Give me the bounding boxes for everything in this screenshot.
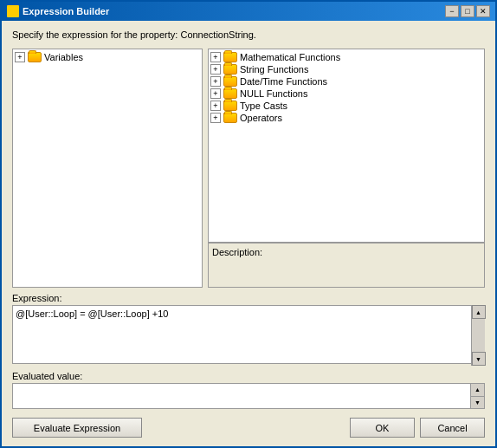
- expression-textarea-wrapper: ▲ ▼: [12, 305, 485, 366]
- string-functions-label: String Functions: [240, 64, 308, 75]
- evaluate-button[interactable]: Evaluate Expression: [12, 418, 142, 438]
- evaluated-scroll-down[interactable]: ▼: [471, 397, 484, 409]
- evaluated-scrollbar: ▲ ▼: [470, 384, 484, 408]
- variables-expand[interactable]: +: [15, 52, 25, 62]
- window-icon: [7, 5, 19, 17]
- evaluated-box: ▲ ▼: [12, 383, 485, 409]
- title-bar-text: Expression Builder: [7, 5, 109, 17]
- ok-cancel-group: OK Cancel: [350, 418, 485, 438]
- null-functions-label: NULL Functions: [240, 88, 307, 99]
- title-bar: Expression Builder − □ ✕: [2, 2, 495, 21]
- type-casts-item[interactable]: + Type Casts: [210, 100, 482, 112]
- subtitle-text: Specify the expression for the property:…: [12, 29, 485, 40]
- math-functions-label: Mathematical Functions: [240, 52, 340, 62]
- operators-item[interactable]: + Operators: [210, 112, 482, 124]
- buttons-row: Evaluate Expression OK Cancel: [12, 414, 485, 438]
- expression-label: Expression:: [12, 293, 485, 303]
- math-functions-item[interactable]: + Mathematical Functions: [210, 51, 482, 63]
- main-content: Specify the expression for the property:…: [2, 21, 495, 446]
- expression-scroll-up[interactable]: ▲: [472, 305, 486, 319]
- variables-folder-icon: [28, 52, 42, 62]
- type-casts-expand[interactable]: +: [210, 101, 221, 111]
- string-functions-item[interactable]: + String Functions: [210, 63, 482, 75]
- right-panel-wrapper: + Mathematical Functions + String Functi…: [208, 49, 485, 288]
- operators-expand[interactable]: +: [210, 113, 221, 123]
- datetime-functions-label: Date/Time Functions: [240, 76, 327, 87]
- expression-section: Expression: ▲ ▼: [12, 293, 485, 366]
- window-title: Expression Builder: [23, 6, 109, 16]
- variables-tree-item[interactable]: + Variables: [15, 51, 200, 63]
- maximize-button[interactable]: □: [461, 5, 474, 17]
- panels-row: + Variables + Mathematical Functions +: [12, 49, 485, 288]
- type-casts-folder-icon: [223, 101, 237, 111]
- string-expand[interactable]: +: [210, 64, 221, 75]
- expression-builder-window: Expression Builder − □ ✕ Specify the exp…: [0, 0, 497, 448]
- variables-label: Variables: [44, 52, 83, 62]
- datetime-folder-icon: [223, 76, 237, 87]
- expression-scroll-down[interactable]: ▼: [472, 352, 486, 366]
- close-button[interactable]: ✕: [476, 5, 490, 17]
- string-folder-icon: [223, 64, 237, 75]
- datetime-functions-item[interactable]: + Date/Time Functions: [210, 75, 482, 88]
- right-top-panel[interactable]: + Mathematical Functions + String Functi…: [208, 49, 485, 243]
- expression-scrollbar: ▲ ▼: [471, 305, 485, 366]
- null-functions-item[interactable]: + NULL Functions: [210, 88, 482, 100]
- operators-folder-icon: [223, 113, 237, 123]
- operators-label: Operators: [240, 113, 282, 123]
- minimize-button[interactable]: −: [445, 5, 459, 17]
- evaluated-section: Evaluated value: ▲ ▼: [12, 371, 485, 409]
- datetime-expand[interactable]: +: [210, 76, 221, 87]
- title-controls: − □ ✕: [445, 5, 490, 17]
- left-panel[interactable]: + Variables: [12, 49, 203, 288]
- ok-button[interactable]: OK: [350, 418, 415, 438]
- null-expand[interactable]: +: [210, 88, 221, 99]
- description-area: Description:: [208, 243, 485, 288]
- evaluated-label: Evaluated value:: [12, 371, 485, 381]
- expression-input[interactable]: [12, 305, 485, 364]
- description-label: Description:: [212, 247, 262, 257]
- cancel-button[interactable]: Cancel: [420, 418, 485, 438]
- math-folder-icon: [223, 52, 237, 62]
- evaluated-scroll-up[interactable]: ▲: [471, 384, 484, 397]
- null-folder-icon: [223, 88, 237, 99]
- math-expand[interactable]: +: [210, 52, 221, 62]
- type-casts-label: Type Casts: [240, 101, 287, 111]
